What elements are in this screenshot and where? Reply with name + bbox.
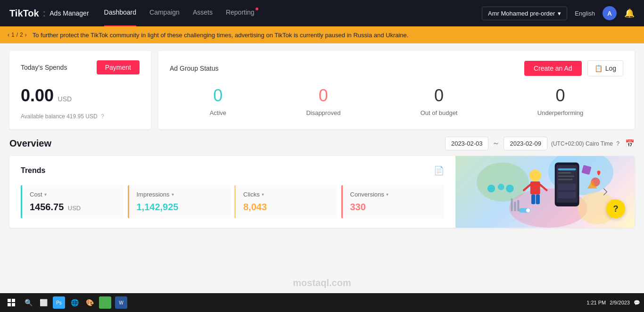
svg-rect-18 xyxy=(558,179,573,180)
balance-text: Available balance 419.95 USD xyxy=(21,113,98,120)
svg-rect-15 xyxy=(558,168,576,170)
adgroup-header: Ad Group Status Create an Ad 📋 Log xyxy=(170,60,623,76)
metric-impressions-header: Impressions ▾ xyxy=(137,191,223,198)
metric-impressions-label: Impressions xyxy=(137,191,170,198)
log-icon: 📋 xyxy=(594,65,603,72)
export-icon[interactable]: 📄 xyxy=(434,165,444,176)
trends-header: Trends 📄 xyxy=(21,165,444,176)
metric-conversions-label: Conversions xyxy=(350,191,384,198)
date-end-input[interactable]: 2023-02-09 xyxy=(504,137,547,150)
adgroup-stat-disapproved: 0 Disapproved xyxy=(306,86,340,116)
banner-message: To further protect the TikTok community … xyxy=(33,32,409,39)
nav-reporting[interactable]: Reporting xyxy=(226,8,255,18)
metric-impressions: Impressions ▾ 1,142,925 xyxy=(128,185,231,218)
svg-point-6 xyxy=(506,185,514,193)
adgroup-stat-active: 0 Active xyxy=(210,86,226,116)
top-cards-row: Today's Spends Payment 0.00 USD Availabl… xyxy=(9,51,635,129)
date-range: 2023-02-03 ～ 2023-02-09 (UTC+02:00) Cair… xyxy=(445,137,635,150)
nav-links: Dashboard Campaign Assets Reporting xyxy=(104,8,467,18)
adgroup-actions: Create an Ad 📋 Log xyxy=(524,60,623,76)
nav-right: Amr Mohamed pre-order ▾ English A 🔔 xyxy=(482,6,635,20)
metric-clicks-label: Clicks xyxy=(243,191,260,198)
nav-assets[interactable]: Assets xyxy=(193,8,213,18)
tiktok-logo-text: TikTok xyxy=(9,8,39,19)
svg-point-22 xyxy=(526,208,530,212)
nav-campaign[interactable]: Campaign xyxy=(149,8,180,18)
spends-title: Today's Spends xyxy=(21,64,67,71)
account-selector[interactable]: Amr Mohamed pre-order ▾ xyxy=(482,7,567,20)
spends-currency: USD xyxy=(58,95,72,103)
metric-conversions-header: Conversions ▾ xyxy=(350,191,437,198)
metric-cost-value-row: 1456.75 USD xyxy=(30,202,116,213)
trends-title: Trends xyxy=(21,166,45,175)
overview-header: Overview 2023-02-03 ～ 2023-02-09 (UTC+02… xyxy=(9,137,635,150)
banner-page-current: 1 xyxy=(11,32,15,38)
adgroup-out-of-budget-count: 0 xyxy=(421,86,458,106)
calendar-icon[interactable]: 📅 xyxy=(625,139,635,148)
announcement-banner: ‹ 1 / 2 › To further protect the TikTok … xyxy=(0,26,644,43)
banner-separator: / xyxy=(17,32,18,38)
banner-prev-icon[interactable]: ‹ xyxy=(8,32,9,38)
create-ad-button[interactable]: Create an Ad xyxy=(524,61,582,76)
svg-rect-20 xyxy=(558,192,576,198)
language-selector[interactable]: English xyxy=(575,10,595,17)
account-name: Amr Mohamed pre-order xyxy=(488,10,555,17)
metric-clicks-header: Clicks ▾ xyxy=(243,191,330,198)
payment-button[interactable]: Payment xyxy=(97,60,140,74)
balance-question-icon[interactable]: ? xyxy=(101,113,104,120)
nav-dashboard[interactable]: Dashboard xyxy=(104,8,137,18)
top-navigation: TikTok : Ads Manager Dashboard Campaign … xyxy=(0,0,644,26)
metrics-row: Cost ▾ 1456.75 USD Impressions ▾ 1,142,9… xyxy=(21,185,444,218)
metric-clicks: Clicks ▾ 8,043 xyxy=(234,185,338,218)
spends-amount: 0.00 xyxy=(21,86,54,105)
log-label: Log xyxy=(605,65,616,72)
spends-amount-row: 0.00 USD xyxy=(21,86,140,106)
spends-card: Today's Spends Payment 0.00 USD Availabl… xyxy=(9,51,151,129)
right-illustration-panel: ? xyxy=(455,156,635,228)
chevron-down-icon: ▾ xyxy=(558,10,561,17)
adgroup-disapproved-label: Disapproved xyxy=(306,109,340,116)
available-balance: Available balance 419.95 USD ? xyxy=(21,113,140,120)
adgroup-stats: 0 Active 0 Disapproved 0 Out of budget 0… xyxy=(170,86,623,116)
svg-point-7 xyxy=(529,170,541,181)
metric-impressions-chevron[interactable]: ▾ xyxy=(172,192,174,197)
metric-conversions-chevron[interactable]: ▾ xyxy=(386,192,388,197)
banner-page-total: 2 xyxy=(20,32,23,38)
banner-next-icon[interactable]: › xyxy=(25,32,27,38)
adgroup-underperforming-label: Underperforming xyxy=(537,109,584,116)
trends-container: Trends 📄 Cost ▾ 1456.75 USD Impre xyxy=(9,156,635,228)
timezone-question-icon[interactable]: ? xyxy=(616,140,619,147)
metric-cost-unit: USD xyxy=(68,205,81,212)
metric-impressions-value: 1,142,925 xyxy=(137,202,179,212)
date-start-input[interactable]: 2023-02-03 xyxy=(445,137,489,150)
metric-clicks-value: 8,043 xyxy=(243,202,267,212)
svg-rect-26 xyxy=(511,198,512,212)
svg-rect-27 xyxy=(514,202,516,212)
help-button[interactable]: ? xyxy=(606,199,625,218)
bell-icon[interactable]: 🔔 xyxy=(624,8,635,18)
metric-conversions-value: 330 xyxy=(350,202,366,212)
main-content: Today's Spends Payment 0.00 USD Availabl… xyxy=(0,43,644,235)
svg-rect-8 xyxy=(530,181,540,195)
metric-clicks-chevron[interactable]: ▾ xyxy=(262,192,264,197)
metric-cost-label: Cost xyxy=(30,191,42,198)
svg-rect-16 xyxy=(558,172,571,174)
metric-cost-chevron[interactable]: ▾ xyxy=(44,192,47,197)
date-range-separator: ～ xyxy=(492,139,500,148)
trends-card: Trends 📄 Cost ▾ 1456.75 USD Impre xyxy=(9,156,455,228)
avatar[interactable]: A xyxy=(603,6,617,20)
timezone-text: (UTC+02:00) Cairo Time xyxy=(551,140,613,147)
adgroup-title: Ad Group Status xyxy=(170,65,219,72)
adgroup-underperforming-count: 0 xyxy=(537,86,584,106)
logo[interactable]: TikTok : Ads Manager xyxy=(9,8,89,19)
adgroup-out-of-budget-label: Out of budget xyxy=(421,109,458,116)
metric-cost-value: 1456.75 xyxy=(30,202,64,212)
illustration-svg xyxy=(455,156,635,228)
metric-cost-header: Cost ▾ xyxy=(30,191,116,198)
svg-point-4 xyxy=(487,185,495,193)
banner-pagination: ‹ 1 / 2 › xyxy=(8,32,27,38)
svg-rect-19 xyxy=(558,184,576,190)
svg-point-5 xyxy=(498,184,504,190)
timezone-label: (UTC+02:00) Cairo Time ? xyxy=(551,140,619,147)
log-button[interactable]: 📋 Log xyxy=(587,60,623,76)
